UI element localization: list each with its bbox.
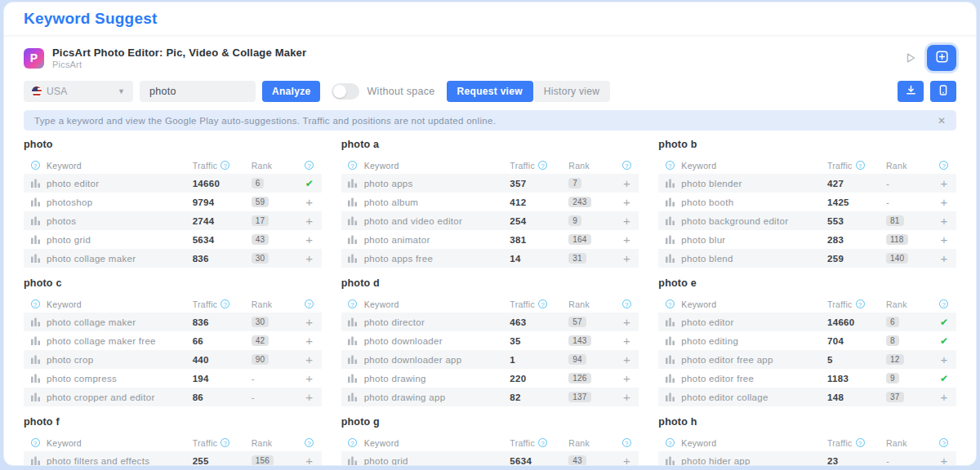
add-keyword-button[interactable]: +	[623, 196, 630, 208]
help-icon[interactable]: ?	[538, 438, 547, 447]
help-icon[interactable]: ?	[348, 161, 357, 170]
help-icon[interactable]: ?	[31, 438, 40, 447]
add-keyword-button[interactable]: +	[623, 353, 630, 366]
play-icon[interactable]	[906, 53, 915, 63]
chart-bars-icon[interactable]	[24, 234, 47, 245]
add-keyword-button[interactable]: +	[623, 177, 630, 189]
chart-bars-icon[interactable]	[658, 317, 681, 327]
add-keyword-button[interactable]: +	[623, 215, 630, 227]
chart-bars-icon[interactable]	[341, 373, 364, 384]
help-icon[interactable]: ?	[622, 299, 631, 308]
add-keyword-button[interactable]: +	[941, 233, 948, 246]
add-keyword-button[interactable]: +	[623, 335, 630, 347]
help-icon[interactable]: ?	[622, 161, 631, 170]
keyword-input[interactable]	[140, 81, 256, 102]
help-icon[interactable]: ?	[939, 161, 948, 170]
history-view-button[interactable]: History view	[533, 81, 610, 102]
add-keyword-button[interactable]: +	[305, 391, 313, 403]
help-icon[interactable]: ?	[538, 299, 547, 308]
help-icon[interactable]: ?	[348, 299, 357, 308]
help-icon[interactable]: ?	[348, 438, 357, 447]
chart-bars-icon[interactable]	[24, 215, 47, 226]
add-keyword-button[interactable]: +	[941, 196, 948, 208]
help-icon[interactable]: ?	[305, 299, 314, 308]
chart-bars-icon[interactable]	[658, 335, 681, 346]
help-icon[interactable]: ?	[220, 438, 229, 447]
help-icon[interactable]: ?	[31, 299, 40, 308]
help-icon[interactable]: ?	[666, 299, 675, 308]
add-keyword-button[interactable]: +	[623, 391, 630, 403]
chart-bars-icon[interactable]	[24, 317, 47, 327]
help-icon[interactable]: ?	[305, 438, 314, 447]
help-icon[interactable]: ?	[856, 299, 865, 308]
help-icon[interactable]: ?	[305, 161, 314, 170]
help-icon[interactable]: ?	[538, 161, 547, 170]
add-keyword-button[interactable]: +	[305, 316, 313, 328]
download-button[interactable]	[898, 81, 924, 102]
help-icon[interactable]: ?	[856, 161, 865, 170]
add-app-button[interactable]	[927, 45, 956, 71]
country-select[interactable]: USA ▼	[24, 81, 133, 102]
help-icon[interactable]: ?	[666, 438, 675, 447]
chart-bars-icon[interactable]	[341, 392, 364, 402]
device-view-button[interactable]	[930, 81, 956, 102]
chart-bars-icon[interactable]	[24, 178, 47, 188]
chart-bars-icon[interactable]	[341, 455, 364, 466]
help-icon[interactable]: ?	[31, 161, 40, 170]
analyze-button[interactable]: Analyze	[262, 81, 320, 102]
help-icon[interactable]: ?	[666, 161, 675, 170]
without-space-toggle[interactable]	[332, 83, 359, 100]
add-keyword-button[interactable]: +	[941, 177, 948, 189]
add-keyword-button[interactable]: +	[623, 233, 630, 246]
request-view-button[interactable]: Request view	[447, 81, 533, 102]
chart-bars-icon[interactable]	[24, 335, 47, 346]
chart-bars-icon[interactable]	[341, 178, 364, 188]
add-keyword-button[interactable]: +	[941, 252, 948, 264]
help-icon[interactable]: ?	[220, 161, 229, 170]
help-icon[interactable]: ?	[622, 438, 631, 447]
add-keyword-button[interactable]: +	[623, 316, 630, 328]
chart-bars-icon[interactable]	[658, 178, 681, 188]
add-keyword-button[interactable]: +	[941, 215, 948, 227]
add-keyword-button[interactable]: +	[305, 353, 313, 366]
help-icon[interactable]: ?	[939, 299, 948, 308]
add-keyword-button[interactable]: +	[941, 391, 948, 403]
help-icon[interactable]: ?	[856, 438, 865, 447]
chart-bars-icon[interactable]	[658, 253, 681, 264]
help-icon[interactable]: ?	[939, 438, 948, 447]
chart-bars-icon[interactable]	[658, 234, 681, 245]
add-keyword-button[interactable]: +	[305, 215, 313, 227]
add-keyword-button[interactable]: +	[623, 454, 630, 466]
chart-bars-icon[interactable]	[341, 335, 364, 346]
add-keyword-button[interactable]: +	[305, 372, 313, 384]
chart-bars-icon[interactable]	[658, 373, 681, 384]
chart-bars-icon[interactable]	[24, 392, 47, 402]
chart-bars-icon[interactable]	[24, 253, 47, 264]
chart-bars-icon[interactable]	[341, 317, 364, 327]
add-keyword-button[interactable]: +	[305, 454, 313, 466]
chart-bars-icon[interactable]	[24, 455, 47, 466]
chart-bars-icon[interactable]	[24, 197, 47, 207]
add-keyword-button[interactable]: +	[305, 335, 313, 347]
chart-bars-icon[interactable]	[341, 234, 364, 245]
chart-bars-icon[interactable]	[658, 455, 681, 466]
help-icon[interactable]: ?	[220, 299, 229, 308]
add-keyword-button[interactable]: +	[623, 252, 630, 264]
add-keyword-button[interactable]: +	[941, 353, 948, 366]
chart-bars-icon[interactable]	[341, 197, 364, 207]
add-keyword-button[interactable]: +	[305, 233, 313, 246]
chart-bars-icon[interactable]	[658, 392, 681, 402]
add-keyword-button[interactable]: +	[305, 252, 313, 264]
chart-bars-icon[interactable]	[341, 215, 364, 226]
chart-bars-icon[interactable]	[24, 373, 47, 384]
close-icon[interactable]: ✕	[938, 116, 946, 126]
chart-bars-icon[interactable]	[658, 354, 681, 365]
chart-bars-icon[interactable]	[341, 253, 364, 264]
chart-bars-icon[interactable]	[341, 354, 364, 365]
add-keyword-button[interactable]: +	[941, 454, 948, 466]
chart-bars-icon[interactable]	[658, 215, 681, 226]
chart-bars-icon[interactable]	[24, 354, 47, 365]
chart-bars-icon[interactable]	[658, 197, 681, 207]
add-keyword-button[interactable]: +	[623, 372, 630, 384]
add-keyword-button[interactable]: +	[305, 196, 313, 208]
